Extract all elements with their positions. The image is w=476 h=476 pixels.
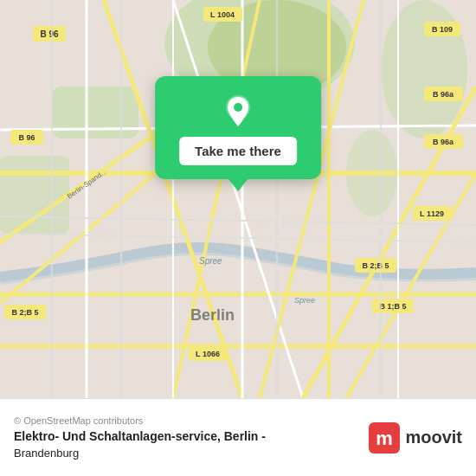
moovit-icon: m	[369, 422, 400, 453]
svg-point-57	[234, 103, 242, 112]
svg-text:m: m	[376, 428, 394, 449]
svg-text:B 96a: B 96a	[433, 138, 454, 146]
svg-text:B 96: B 96	[18, 133, 35, 142]
svg-text:B 96a: B 96a	[433, 90, 454, 99]
svg-point-4	[381, 0, 467, 138]
svg-rect-3	[52, 87, 138, 138]
svg-text:L 1129: L 1129	[420, 209, 444, 218]
svg-text:B 2;B 5: B 2;B 5	[11, 308, 38, 317]
svg-text:L 1066: L 1066	[196, 350, 220, 358]
svg-text:B 1;B 5: B 1;B 5	[379, 302, 406, 311]
map-container: B 96 L 1004 B 109 B 96 B 96a B 96a L 112…	[0, 0, 476, 398]
svg-text:B 96: B 96	[40, 29, 59, 39]
copyright-text: © OpenStreetMap contributors	[14, 415, 266, 426]
svg-text:B 109: B 109	[432, 25, 453, 34]
take-me-there-button[interactable]: Take me there	[179, 137, 297, 165]
svg-text:B 2;B 5: B 2;B 5	[362, 261, 389, 270]
svg-text:L 1004: L 1004	[210, 10, 235, 19]
moovit-logo: m moovit	[369, 422, 462, 453]
bottom-info: © OpenStreetMap contributors Elektro- Un…	[14, 415, 266, 460]
map-popup: Take me there	[155, 76, 321, 179]
moovit-text: moovit	[405, 428, 462, 447]
location-name: Elektro- Und Schaltanlagen-service, Berl…	[14, 429, 266, 443]
svg-rect-5	[0, 156, 69, 234]
svg-text:Berlin: Berlin	[190, 306, 235, 324]
svg-text:Spree: Spree	[199, 256, 222, 266]
location-pin-icon	[221, 93, 255, 128]
svg-text:Spree: Spree	[294, 296, 315, 305]
bottom-bar: © OpenStreetMap contributors Elektro- Un…	[0, 398, 476, 476]
location-sub: Brandenburg	[14, 447, 266, 460]
